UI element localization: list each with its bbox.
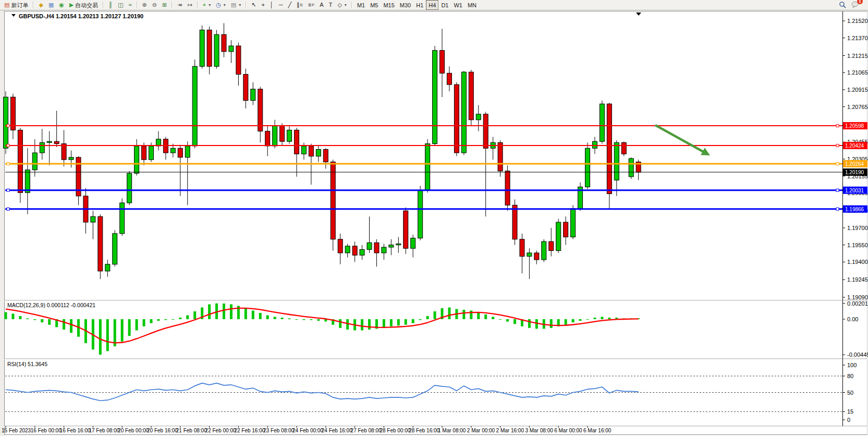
svg-text:1.19550: 1.19550 [847, 242, 868, 248]
date-label: 24 Feb 16:00 [322, 428, 352, 433]
signals-button[interactable]: ◉ [56, 0, 67, 10]
zoom-in-button[interactable]: ⊕ [140, 0, 150, 10]
zoom-in-icon: ⊕ [142, 2, 147, 8]
autotrading-icon: ▶ [69, 2, 74, 8]
line-mode-button[interactable]: ≈ [126, 0, 135, 10]
chevron-down-icon: ▾ [209, 2, 211, 9]
data-window-icon: ▦ [48, 2, 54, 8]
toolbar-group: ║◫≈ [106, 0, 134, 10]
date-label: 24 Feb 00:00 [292, 428, 323, 433]
date-label: 22 Feb 16:00 [234, 428, 265, 433]
tf-h1-button[interactable]: H1 [413, 0, 426, 10]
tf-h4-button[interactable]: H4 [426, 0, 438, 10]
chart-shift-button[interactable]: ↦ [185, 0, 194, 10]
current-price-tag: 1.20190 [845, 169, 864, 175]
tf-d1-button[interactable]: D1 [438, 0, 451, 10]
zoom-out-icon: ⊖ [152, 2, 157, 8]
hline-tool-button[interactable]: ─ [276, 0, 286, 10]
chart-title: GBPUSD-,H4 1.20154 1.20213 1.20127 1.201… [11, 13, 143, 19]
toolbar-group: ◆▦◉▶自动交易 [36, 0, 101, 10]
line-mode-icon: ≈ [129, 2, 132, 8]
chart-menu-icon[interactable] [11, 14, 16, 17]
svg-text:1.21370: 1.21370 [847, 35, 868, 41]
data-window-button[interactable]: ▦ [46, 0, 56, 10]
notifications-icon[interactable]: 1 [851, 1, 859, 9]
tf-w1-button[interactable]: W1 [451, 0, 465, 10]
candles-mode-icon: ◫ [118, 2, 123, 8]
autotrading-button[interactable]: ▶自动交易 [67, 0, 101, 10]
bars-mode-button[interactable]: ║ [106, 0, 115, 10]
market-watch-icon: ◆ [39, 2, 43, 8]
toolbar: ▤新订单◆▦◉▶自动交易║◫≈⊕⊖⊞↠↦+▾◷▾▤▾↖+│─╱∥E≡FAT◇▾M… [0, 0, 868, 10]
tile-windows-button[interactable]: ⊞ [160, 0, 169, 10]
periods-button[interactable]: ◷▾ [213, 0, 228, 10]
text-tool-icon: A [320, 2, 323, 8]
market-watch-button[interactable]: ◆ [36, 0, 45, 10]
tf-m5-button[interactable]: M5 [368, 0, 381, 10]
toolbar-separator [172, 2, 173, 8]
svg-text:50: 50 [847, 390, 853, 396]
icon-subscript: E [300, 3, 303, 7]
bars-mode-icon: ║ [108, 2, 113, 8]
shapes-tool-button[interactable]: ◇▾ [335, 0, 349, 10]
toolbar-group: M1M5M15M30H1H4D1W1MN [354, 0, 479, 10]
channel-tool-icon: ∥ [297, 2, 300, 8]
zoom-out-button[interactable]: ⊖ [150, 0, 160, 10]
price-tag-label: 1.20264 [845, 161, 864, 167]
toolbar-group: +▾◷▾▤▾ [200, 0, 244, 10]
toolbar-group: ↠↦ [175, 0, 194, 10]
indicators-button[interactable]: +▾ [200, 0, 213, 10]
svg-text:1.19245: 1.19245 [847, 276, 868, 283]
toolbar-right: 1 [839, 1, 866, 9]
svg-text:80: 80 [847, 373, 853, 379]
tile-windows-icon: ⊞ [162, 2, 167, 8]
tf-m30-button[interactable]: M30 [397, 0, 413, 10]
text-tool-button[interactable]: A [317, 0, 326, 10]
date-label: 6 Mar 16:00 [583, 428, 612, 433]
chevron-down-icon: ▾ [224, 2, 226, 9]
notification-badge: 1 [857, 0, 863, 4]
window-left-edge [0, 10, 4, 436]
search-icon[interactable] [839, 1, 846, 9]
svg-text:1.20765: 1.20765 [847, 104, 868, 110]
shift-marker-icon[interactable] [636, 13, 641, 16]
svg-text:1.20915: 1.20915 [847, 87, 868, 93]
macd-pane: 0.0020150.00-0.004451MACD(12,26,9) 0.000… [5, 300, 868, 358]
vline-tool-icon: │ [270, 2, 274, 8]
date-label: 2 Mar 00:00 [467, 428, 495, 433]
candles-mode-button[interactable]: ◫ [115, 0, 126, 10]
price-tag-label: 1.20598 [845, 123, 864, 129]
new-order-icon: ▤ [4, 2, 9, 8]
svg-text:0: 0 [847, 417, 850, 423]
toolbar-separator [246, 2, 247, 8]
date-label: 28 Feb 00:00 [380, 428, 410, 433]
tf-m30-button-label: M30 [400, 2, 411, 9]
templates-button[interactable]: ▤▾ [228, 0, 243, 10]
tf-m1-button[interactable]: M1 [354, 0, 368, 10]
vline-tool-button[interactable]: │ [267, 0, 276, 10]
svg-text:1.21215: 1.21215 [847, 53, 868, 59]
svg-text:1.21065: 1.21065 [847, 69, 868, 76]
channel-tool-button[interactable]: ∥E [294, 0, 305, 10]
fibonacci-tool-button[interactable]: ≡F [305, 0, 317, 10]
autotrading-button-label: 自动交易 [75, 2, 98, 9]
support-line-2[interactable]: 1.19866 [5, 205, 867, 213]
price-tag-label: 1.20031 [845, 188, 864, 193]
new-order-button[interactable]: ▤新订单 [2, 0, 31, 10]
cursor-tool-button[interactable]: ↖ [249, 0, 259, 10]
label-tool-button[interactable]: T [326, 0, 335, 10]
trend-arrow-annotation[interactable] [655, 125, 710, 155]
auto-scroll-button[interactable]: ↠ [175, 0, 185, 10]
tf-mn-button[interactable]: MN [465, 0, 479, 10]
svg-text:0.002015: 0.002015 [847, 300, 868, 307]
tf-m15-button[interactable]: M15 [381, 0, 397, 10]
toolbar-group: ⊕⊖⊞ [140, 0, 170, 10]
toolbar-separator [197, 2, 198, 8]
crosshair-tool-button[interactable]: + [259, 0, 267, 10]
trendline-tool-button[interactable]: ╱ [286, 0, 295, 10]
support-line-1[interactable]: 1.20031 [5, 187, 867, 194]
date-axis: 15 Feb 202316 Feb 00:0016 Feb 16:0017 Fe… [2, 426, 612, 433]
candlestick-series [4, 23, 641, 279]
indicators-icon: + [203, 2, 206, 8]
svg-text:1.19090: 1.19090 [847, 294, 868, 300]
